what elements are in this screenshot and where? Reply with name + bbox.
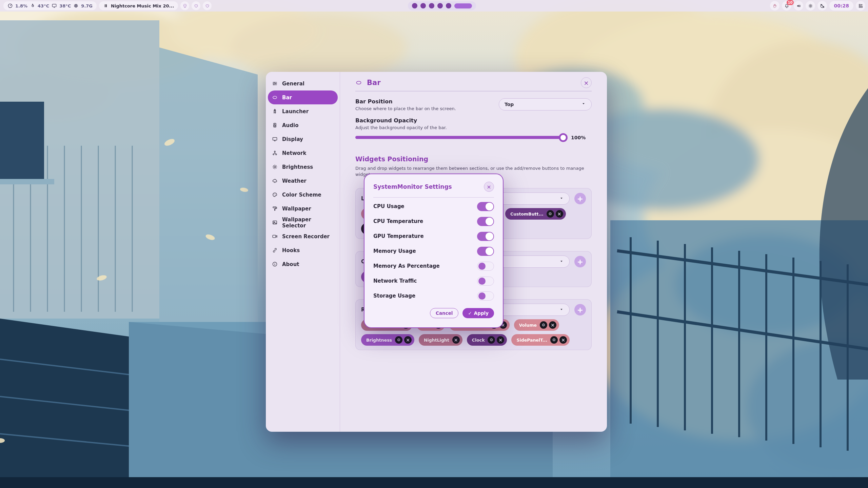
workspace-dot[interactable]: [420, 3, 426, 8]
cpu-usage-toggle[interactable]: [477, 202, 494, 211]
chevron-down-icon: [559, 259, 564, 265]
chip-remove-button close-icon[interactable]: ×: [452, 336, 460, 344]
sliders-icon: [272, 81, 278, 86]
palette-icon: [272, 192, 278, 198]
brightness-button[interactable]: [806, 1, 815, 11]
bar-position-label: Bar Position: [355, 98, 456, 105]
check-icon: ✓: [468, 310, 472, 316]
chip-remove-button close-icon[interactable]: ×: [497, 336, 504, 344]
sidebar-item-launcher[interactable]: Launcher: [268, 104, 338, 118]
sidebar-item-display[interactable]: Display: [268, 132, 338, 146]
chip-remove-button close-icon[interactable]: ×: [559, 336, 567, 344]
cancel-button[interactable]: Cancel: [430, 308, 458, 318]
toggle-label-memory-usage: Memory Usage: [373, 248, 416, 254]
night-light-button[interactable]: [817, 1, 827, 11]
clock-widget[interactable]: 00:28: [829, 1, 853, 11]
widget-chip-sidepanel[interactable]: SidePanelT... ⚙ ×: [511, 334, 570, 346]
chip-settings-button gear-icon[interactable]: ⚙: [540, 321, 547, 329]
chip-settings-button gear-icon[interactable]: ⚙: [550, 336, 558, 344]
opacity-slider[interactable]: [355, 136, 566, 139]
favorite-button[interactable]: [192, 1, 200, 10]
dashboard-button[interactable]: [856, 1, 865, 11]
sidebar-item-network[interactable]: Network: [268, 146, 338, 160]
sidebar-item-brightness[interactable]: Brightness: [268, 160, 338, 174]
chevron-down-icon: [559, 196, 564, 202]
workspaces-widget: [408, 1, 476, 10]
widget-chip-nightlight[interactable]: NightLight ×: [419, 334, 462, 346]
modal-close-button close-icon[interactable]: ×: [484, 182, 494, 192]
chip-label: Volume: [519, 323, 537, 328]
toggle-label-cpu-usage: CPU Usage: [373, 203, 405, 209]
sidebar-item-label: About: [282, 261, 299, 267]
toggle-label-network-traffic: Network Traffic: [373, 278, 417, 284]
network-traffic-toggle[interactable]: [477, 277, 494, 286]
workspace-active-indicator[interactable]: [454, 3, 472, 8]
gpu-temperature-toggle[interactable]: [477, 232, 494, 241]
page-title: Bar: [367, 79, 576, 87]
notifications-button[interactable]: 10: [782, 1, 791, 11]
chip-label: Brightness: [366, 338, 392, 343]
left-widgets-add-button[interactable]: +: [574, 193, 586, 204]
workspace-dot[interactable]: [437, 3, 443, 8]
apply-button[interactable]: ✓Apply: [462, 308, 494, 318]
chip-settings-button gear-icon[interactable]: ⚙: [488, 336, 495, 344]
workspace-dot[interactable]: [412, 3, 417, 8]
sidebar-item-color-scheme[interactable]: Color Scheme: [268, 188, 338, 202]
cpu-temp-value: 43°C: [38, 3, 49, 8]
chip-settings-button gear-icon[interactable]: ⚙: [547, 210, 554, 218]
chip-remove-button close-icon[interactable]: ×: [556, 210, 563, 218]
modal-divider: [373, 197, 494, 198]
sidebar-item-about[interactable]: About: [268, 257, 338, 271]
media-widget[interactable]: Nightcore Music Mix 20...: [99, 1, 178, 10]
toggle-label-cpu-temperature: CPU Temperature: [373, 218, 423, 224]
sidebar-item-label: Wallpaper: [282, 206, 311, 212]
chip-remove-button close-icon[interactable]: ×: [549, 321, 556, 329]
bar-oval-icon: [355, 79, 362, 86]
sidebar-item-general[interactable]: General: [268, 77, 338, 90]
tray-app-button[interactable]: [770, 1, 780, 11]
right-widgets-add-button[interactable]: +: [574, 304, 586, 316]
opacity-slider-thumb[interactable]: [559, 133, 568, 142]
favorite-button-2[interactable]: [203, 1, 212, 10]
sidebar-item-label: Hooks: [282, 247, 300, 253]
widget-chip-brightness[interactable]: Brightness ⚙ ×: [361, 334, 414, 346]
memory-usage-toggle[interactable]: [477, 247, 494, 256]
sidebar-item-label: Wallpaper Selector: [282, 217, 334, 229]
sidebar-item-bar[interactable]: Bar: [268, 90, 338, 104]
widget-chip-volume[interactable]: Volume ⚙ ×: [514, 319, 559, 331]
bar-position-dropdown[interactable]: Top: [499, 98, 592, 110]
chip-label: SidePanelT...: [516, 338, 547, 343]
sidebar-item-audio[interactable]: Audio: [268, 118, 338, 132]
skull-button[interactable]: [180, 1, 189, 10]
sidebar-item-weather[interactable]: Weather: [268, 174, 338, 188]
moon-off-icon: [820, 3, 825, 8]
roller-icon: [272, 206, 278, 211]
memory-as-percentage-toggle[interactable]: [477, 262, 494, 271]
gpu-temp-value: 38°C: [59, 3, 71, 8]
cancel-label: Cancel: [436, 310, 453, 316]
widget-chip-clock[interactable]: Clock ⚙ ×: [467, 334, 507, 346]
storage-usage-toggle[interactable]: [477, 291, 494, 301]
sidebar-item-screen-recorder[interactable]: Screen Recorder: [268, 229, 338, 243]
sidebar-item-wallpaper-selector[interactable]: Wallpaper Selector: [268, 216, 338, 229]
apply-label: Apply: [474, 310, 489, 316]
sidebar-item-wallpaper[interactable]: Wallpaper: [268, 202, 338, 216]
memory-value: 9.7G: [81, 3, 93, 8]
sidebar-item-label: Launcher: [282, 108, 309, 115]
volume-button[interactable]: [794, 1, 803, 11]
widget-chip-custombutton[interactable]: CustomButt... ⚙ ×: [505, 208, 566, 220]
center-widgets-add-button[interactable]: +: [574, 256, 586, 267]
gauge-icon: [7, 3, 13, 8]
bar-position-description: Choose where to place the bar on the scr…: [355, 106, 456, 111]
sidebar-item-hooks[interactable]: Hooks: [268, 243, 338, 257]
monitor-icon: [52, 3, 57, 8]
window-close-button[interactable]: ×: [581, 77, 592, 88]
chip-settings-button gear-icon[interactable]: ⚙: [395, 336, 402, 344]
cpu-temperature-toggle[interactable]: [477, 217, 494, 226]
workspace-dot[interactable]: [446, 3, 451, 8]
workspace-dot[interactable]: [429, 3, 434, 8]
settings-sidebar: General Bar Launcher Audio Display Netwo…: [266, 72, 340, 432]
background-opacity-label: Background Opacity: [355, 117, 592, 124]
chip-remove-button close-icon[interactable]: ×: [404, 336, 412, 344]
system-monitor-widget[interactable]: 1.8% 43°C 38°C 9.7G: [3, 1, 97, 10]
